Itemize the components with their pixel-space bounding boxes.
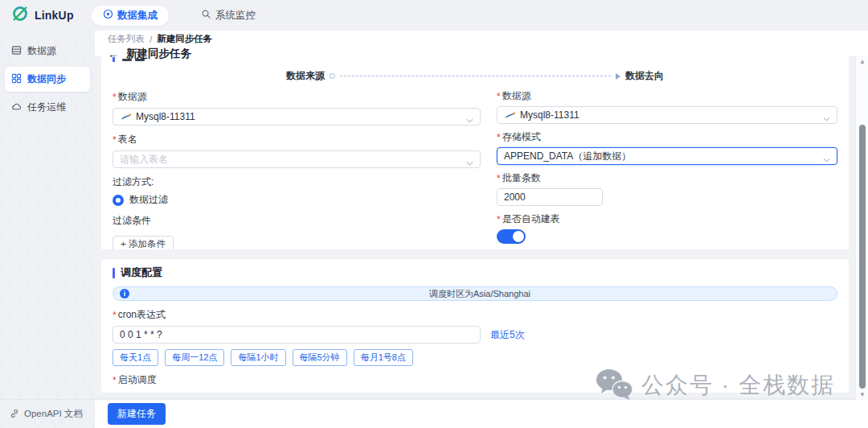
info-icon: i	[120, 289, 129, 298]
breadcrumb-separator: /	[149, 35, 152, 44]
target-datasource-label: 数据源	[497, 89, 837, 103]
cron-label: cron表达式	[113, 308, 837, 322]
flow-start-dot-icon	[330, 73, 335, 79]
brand-logo: LinkUp	[11, 5, 88, 26]
source-datasource-label: 数据源	[113, 90, 481, 104]
sidebar-item-ops[interactable]: 任务运维	[5, 95, 90, 120]
database-icon	[11, 45, 22, 58]
openapi-doc-label: OpenAPI 文档	[24, 408, 83, 420]
link-icon	[10, 409, 19, 420]
chevron-down-icon	[466, 157, 473, 168]
sidebar-item-datasync[interactable]: 数据同步	[5, 67, 90, 92]
preset-monday-12[interactable]: 每周一12点	[165, 349, 224, 366]
app-window: LinkUp 数据集成 系统监控 数据源	[0, 0, 868, 428]
mysql-icon	[504, 111, 516, 120]
flow-target-label: 数据去向	[625, 69, 664, 83]
target-datasource-select[interactable]: Mysql8-11311	[497, 106, 837, 124]
sidebar: 数据源 数据同步 任务运维 OpenAPI 文档	[0, 31, 95, 428]
storage-mode-label: 存储模式	[497, 130, 837, 144]
scroll-down-icon[interactable]: ▼	[856, 391, 868, 398]
recent-runs-link[interactable]: 最近5次	[490, 328, 525, 342]
tab-system-monitor[interactable]: 系统监控	[190, 6, 267, 26]
batch-size-field	[497, 188, 603, 206]
schedule-config-card: 调度配置 i 调度时区为Asia/Shanghai cron表达式 最近5次 每…	[101, 259, 849, 393]
timezone-banner: i 调度时区为Asia/Shanghai	[113, 286, 837, 301]
mysql-icon	[120, 113, 132, 121]
source-datasource-value: Mysql8-11311	[136, 111, 195, 122]
footer-action-bar: 新建任务	[95, 400, 868, 428]
openapi-doc-link[interactable]: OpenAPI 文档	[0, 399, 95, 428]
filter-mode-radio-data-filter[interactable]: 数据过滤	[113, 193, 481, 207]
source-table-placeholder: 请输入表名	[120, 153, 168, 167]
breadcrumb: 任务列表 / 新建同步任务	[108, 33, 855, 45]
filter-option-label: 数据过滤	[129, 193, 168, 207]
cron-presets: 每天1点 每周一12点 每隔1小时 每隔5分钟 每月1号8点	[113, 349, 837, 366]
tab-label: 系统监控	[215, 9, 256, 23]
flow-source-label: 数据来源	[286, 69, 325, 83]
preset-hourly[interactable]: 每隔1小时	[231, 349, 285, 366]
scrollbar-thumb[interactable]	[859, 125, 866, 389]
top-nav: 数据集成 系统监控	[92, 6, 267, 26]
auto-create-table-label: 是否自动建表	[497, 212, 837, 226]
source-table-select[interactable]: 请输入表名	[113, 150, 481, 168]
tab-data-integration[interactable]: 数据集成	[92, 6, 169, 26]
schedule-section-title: 调度配置	[121, 265, 162, 280]
source-table-label: 表名	[113, 133, 481, 146]
flow-arrow-icon	[616, 73, 620, 80]
page-header: 任务列表 / 新建同步任务 ← 新建同步任务	[95, 31, 868, 56]
auto-create-table-toggle[interactable]	[497, 229, 526, 244]
back-arrow-icon[interactable]: ←	[108, 48, 119, 60]
target-datasource-value: Mysql8-11311	[520, 109, 579, 121]
filter-condition-label: 过滤条件	[113, 214, 481, 228]
cron-input[interactable]	[120, 329, 473, 340]
storage-mode-value: APPEND_DATA（追加数据）	[504, 150, 631, 163]
create-task-button[interactable]: 新建任务	[108, 403, 166, 425]
chevron-down-icon	[466, 114, 473, 126]
brand-name: LinkUp	[35, 9, 74, 22]
scroll-up-icon[interactable]: ▲	[856, 58, 868, 65]
cloud-icon	[11, 101, 22, 114]
vertical-scrollbar[interactable]: ▲ ▼	[855, 56, 868, 400]
flow-dashed-line	[340, 76, 611, 76]
linkup-logo-icon	[11, 5, 29, 26]
sidebar-item-label: 数据源	[27, 44, 56, 58]
sidebar-item-label: 任务运维	[27, 101, 66, 114]
storage-mode-select[interactable]: APPEND_DATA（追加数据）	[497, 147, 837, 165]
monitor-icon	[201, 9, 211, 22]
source-column: 数据源 Mysql8-11311 表名 请输入表名	[113, 83, 481, 249]
chevron-down-icon	[823, 154, 830, 165]
breadcrumb-current: 新建同步任务	[157, 33, 212, 45]
top-bar: LinkUp 数据集成 系统监控	[0, 0, 868, 31]
chevron-down-icon	[823, 113, 830, 124]
toggle-knob	[513, 231, 524, 242]
radio-icon	[113, 195, 124, 206]
cron-field	[113, 326, 481, 344]
batch-size-label: 批量条数	[497, 171, 837, 185]
preset-daily-1am[interactable]: 每天1点	[113, 349, 158, 366]
sidebar-item-label: 数据同步	[27, 72, 66, 86]
sync-icon	[11, 73, 22, 86]
scroll-area: 数据来源 数据去向 数据源 Mysql8-11311	[95, 56, 855, 400]
timezone-banner-text: 调度时区为Asia/Shanghai	[129, 288, 830, 300]
integration-icon	[103, 9, 113, 22]
preset-monthly-1st-8am[interactable]: 每月1号8点	[354, 349, 413, 366]
sync-config-card: 数据来源 数据去向 数据源 Mysql8-11311	[101, 56, 849, 249]
breadcrumb-parent[interactable]: 任务列表	[108, 33, 145, 45]
source-target-flow: 数据来源 数据去向	[286, 69, 664, 83]
section-bar	[113, 268, 115, 278]
target-column: 数据源 Mysql8-11311 存储模式 APPEND_DATA（追加数据）	[497, 83, 837, 249]
source-datasource-select[interactable]: Mysql8-11311	[113, 108, 481, 126]
add-condition-button[interactable]: + 添加条件	[113, 236, 174, 249]
tab-label: 数据集成	[117, 9, 158, 23]
sidebar-item-datasource[interactable]: 数据源	[5, 39, 90, 64]
page-title: 新建同步任务	[126, 47, 191, 61]
preset-5min[interactable]: 每隔5分钟	[293, 349, 347, 366]
batch-size-input[interactable]	[504, 191, 596, 203]
start-schedule-label: 启动调度	[113, 373, 837, 387]
filter-mode-label: 过滤方式:	[113, 175, 481, 189]
